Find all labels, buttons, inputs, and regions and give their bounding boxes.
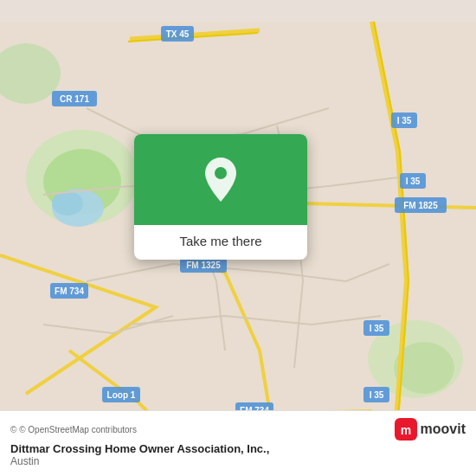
moovit-logo: m moovit: [395, 418, 466, 441]
svg-text:FM 1825: FM 1825: [403, 201, 438, 210]
take-me-there-card: Take me there: [134, 134, 307, 260]
svg-text:CR 171: CR 171: [60, 94, 89, 104]
osm-attribution: © © OpenStreetMap contributors: [10, 425, 137, 434]
svg-point-34: [215, 167, 227, 179]
moovit-icon: m: [395, 418, 417, 441]
place-name: Dittmar Crossing Home Owner Association,…: [10, 442, 466, 455]
svg-text:I 35: I 35: [370, 390, 384, 400]
bottom-bar: © © OpenStreetMap contributors m moovit …: [0, 410, 476, 476]
svg-point-4: [52, 191, 83, 215]
svg-text:I 35: I 35: [406, 177, 421, 186]
bottom-info: Dittmar Crossing Home Owner Association,…: [10, 442, 466, 467]
svg-text:TX 45: TX 45: [166, 29, 190, 39]
take-me-there-button[interactable]: Take me there: [146, 234, 295, 248]
svg-text:I 35: I 35: [370, 324, 384, 333]
card-green-section: [134, 134, 307, 225]
svg-text:I 35: I 35: [397, 116, 412, 125]
svg-text:FM 1325: FM 1325: [186, 261, 221, 270]
map-container: CR 171 TX 45 I 35 I 35 I 35 I 35 FM 1825…: [0, 0, 476, 476]
svg-text:m: m: [400, 423, 410, 437]
location-pin-icon: [201, 156, 241, 203]
moovit-brand-name: moovit: [421, 421, 466, 437]
card-button-area[interactable]: Take me there: [134, 225, 307, 260]
place-city: Austin: [10, 455, 466, 467]
svg-text:FM 734: FM 734: [55, 286, 84, 296]
svg-text:Loop 1: Loop 1: [107, 390, 136, 400]
